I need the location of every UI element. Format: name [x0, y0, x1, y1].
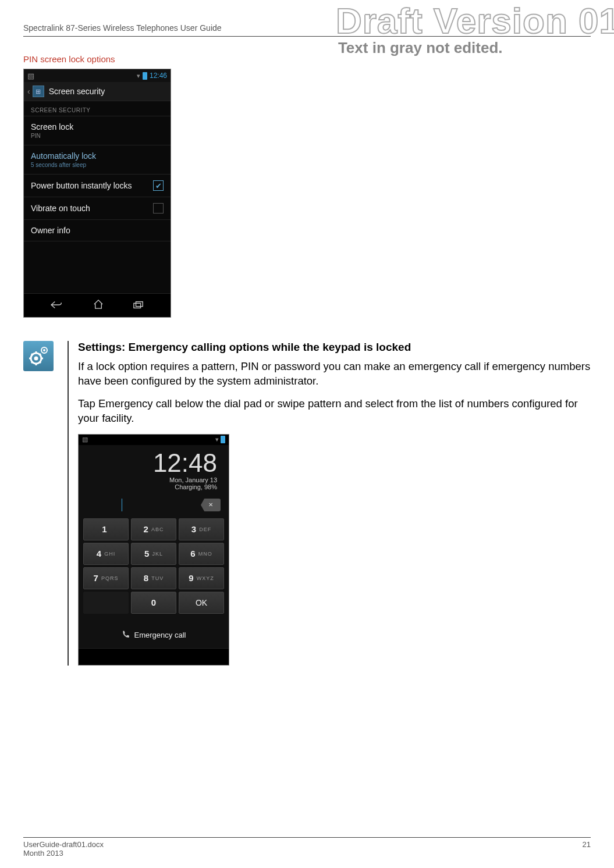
list-item-sublabel: 5 seconds after sleep — [31, 162, 96, 168]
pin-input[interactable] — [87, 497, 195, 513]
list-item-vibrate[interactable]: Vibrate on touch ✔ — [24, 197, 171, 220]
lock-clock-area: 12:48 Mon, January 13 Charging, 98% — [79, 445, 229, 493]
nav-back-icon[interactable] — [51, 300, 63, 312]
footer-page-number: 21 — [583, 840, 591, 858]
list-item-sublabel: PIN — [31, 133, 73, 139]
svg-rect-1 — [136, 301, 143, 306]
screen-title: Screen security — [49, 87, 105, 96]
key-ok[interactable]: OK — [179, 592, 224, 614]
security-icon: ⊞ — [33, 86, 44, 97]
list-item-label: Vibrate on touch — [31, 204, 90, 213]
svg-point-3 — [34, 357, 38, 361]
svg-line-8 — [31, 354, 33, 355]
wifi-icon: ▾ — [215, 436, 219, 443]
phone-icon — [122, 630, 130, 640]
svg-point-13 — [43, 349, 45, 351]
emergency-call-label: Emergency call — [134, 631, 186, 639]
list-item-power-button-lock[interactable]: Power button instantly locks ✔ — [24, 175, 171, 197]
callout-paragraph: Tap Emergency call below the dial pad or… — [78, 397, 591, 426]
footer-date: Month 2013 — [23, 849, 104, 858]
key-6[interactable]: 6MNO — [179, 543, 224, 565]
pin-input-row: ✕ — [79, 493, 229, 518]
list-item-label: Power button instantly locks — [31, 181, 132, 190]
key-2[interactable]: 2ABC — [131, 518, 176, 540]
lock-clock: 12:48 — [90, 449, 217, 478]
checkbox-unchecked-icon[interactable]: ✔ — [153, 203, 164, 214]
svg-line-11 — [40, 354, 41, 355]
list-item-screen-lock[interactable]: Screen lock PIN — [24, 116, 171, 145]
status-bar: ▧ ▾ 12:46 — [24, 69, 171, 82]
svg-line-10 — [31, 362, 33, 363]
list-item-label: Screen lock — [31, 122, 73, 131]
screenshot-lock-screen: ▧ ▾ 12:48 Mon, January 13 Charging, 98% … — [78, 434, 229, 666]
status-time: 12:46 — [150, 72, 167, 80]
list-item-auto-lock[interactable]: Automatically lock 5 seconds after sleep — [24, 145, 171, 175]
status-notification-icon: ▧ — [82, 436, 88, 443]
lock-charging: Charging, 98% — [90, 483, 217, 490]
battery-icon — [221, 436, 225, 443]
watermark-main: Draft Version 01 — [336, 0, 614, 41]
page-footer: UserGuide-draft01.docx Month 2013 21 — [23, 837, 591, 858]
nav-recent-icon[interactable] — [133, 300, 144, 312]
settings-gear-icon — [23, 341, 54, 371]
screen-title-bar[interactable]: ‹ ⊞ Screen security — [24, 82, 171, 101]
watermark: Draft Version 01 Text in gray not edited… — [336, 0, 614, 57]
key-8[interactable]: 8TUV — [131, 567, 176, 589]
svg-line-9 — [40, 362, 41, 363]
list-empty-space — [24, 241, 171, 294]
emergency-call-button[interactable]: Emergency call — [79, 621, 229, 649]
android-nav-bar — [24, 294, 171, 317]
key-5[interactable]: 5JKL — [131, 543, 176, 565]
list-item-label: Automatically lock — [31, 151, 96, 161]
list-item-owner-info[interactable]: Owner info — [24, 220, 171, 241]
key-3[interactable]: 3DEF — [179, 518, 224, 540]
key-9[interactable]: 9WXYZ — [179, 567, 224, 589]
backspace-icon[interactable]: ✕ — [201, 499, 221, 511]
key-7[interactable]: 7PQRS — [83, 567, 129, 589]
settings-callout: Settings: Emergency calling options whil… — [23, 341, 591, 666]
callout-body: Settings: Emergency calling options whil… — [68, 341, 591, 666]
key-blank — [83, 592, 129, 614]
screenshot-screen-security: ▧ ▾ 12:46 ‹ ⊞ Screen security SCREEN SEC… — [23, 69, 171, 318]
bottom-bar — [79, 649, 229, 665]
checkbox-checked-icon[interactable]: ✔ — [153, 180, 164, 191]
svg-rect-0 — [134, 303, 141, 308]
callout-heading: Settings: Emergency calling options whil… — [78, 341, 591, 354]
callout-paragraph: If a lock option requires a pattern, PIN… — [78, 360, 591, 389]
keypad: 1 2ABC 3DEF 4GHI 5JKL 6MNO 7PQRS 8TUV 9W… — [79, 518, 229, 621]
list-item-label: Owner info — [31, 226, 70, 235]
wifi-icon: ▾ — [137, 72, 140, 80]
key-0[interactable]: 0 — [131, 592, 176, 614]
status-notification-icon: ▧ — [27, 72, 34, 80]
battery-icon — [143, 72, 147, 80]
list-section-header: SCREEN SECURITY — [24, 101, 171, 116]
status-bar: ▧ ▾ — [79, 435, 229, 445]
footer-filename: UserGuide-draft01.docx — [23, 840, 104, 849]
nav-home-icon[interactable] — [93, 300, 104, 312]
back-icon[interactable]: ‹ — [27, 87, 30, 96]
key-4[interactable]: 4GHI — [83, 543, 129, 565]
key-1[interactable]: 1 — [83, 518, 129, 540]
watermark-sub: Text in gray not edited. — [338, 39, 614, 57]
